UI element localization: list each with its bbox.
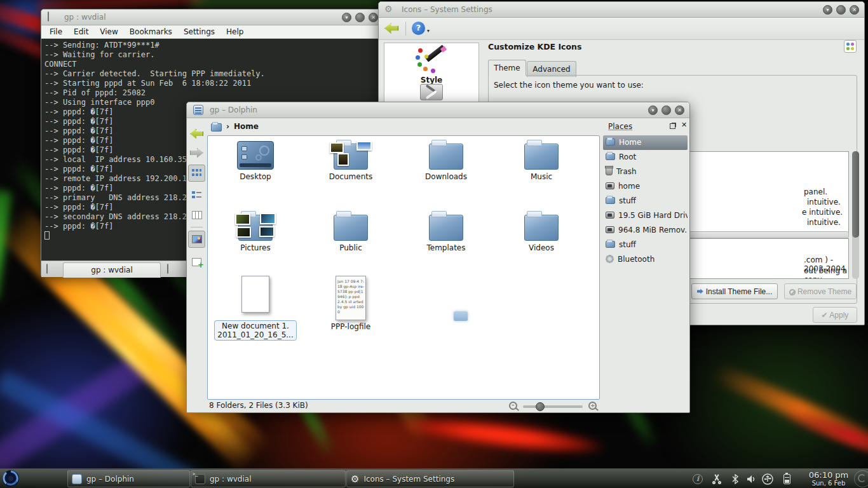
file-label: Desktop	[208, 172, 303, 181]
klipper-scissors-icon[interactable]	[710, 473, 723, 485]
place-hard-drive[interactable]: 19.5 GiB Hard Drive	[603, 208, 688, 223]
file-item-documents[interactable]: Documents	[303, 141, 398, 181]
terminal-window-title: gp : wvdial	[64, 13, 105, 22]
sidebar-item-style[interactable]: Style	[384, 47, 478, 85]
theme-list-scrollbar[interactable]	[852, 151, 859, 279]
preview-toggle-button[interactable]	[188, 231, 205, 248]
file-item-public[interactable]: Public	[303, 212, 398, 252]
icon-sizes-widget[interactable]	[844, 40, 857, 53]
file-item-music[interactable]: Music	[494, 141, 589, 181]
dolphin-file-view[interactable]: Desktop Documents Downloads Music	[207, 135, 600, 400]
task-dolphin[interactable]: gp – Dolphin	[67, 470, 190, 487]
maximize-button[interactable]	[661, 105, 671, 115]
scrollbar-thumb[interactable]	[852, 151, 859, 238]
home-folder-icon[interactable]	[211, 123, 222, 132]
tab-list-button[interactable]	[167, 264, 168, 274]
theme-list-text-fragment: intuitive.	[807, 198, 841, 207]
theme-list-text-fragment: intuitive.	[807, 218, 841, 227]
place-stuff-2[interactable]: stuff	[603, 238, 688, 252]
folder-icon	[606, 241, 615, 248]
clock-date: Sun, 6 Feb	[806, 480, 851, 487]
back-button[interactable]	[188, 125, 205, 142]
zoom-out-icon[interactable]: –	[509, 402, 517, 410]
volume-tray-icon[interactable]	[745, 473, 757, 485]
icons-view-button[interactable]	[188, 165, 205, 182]
breadcrumb-current[interactable]: Home	[234, 122, 259, 131]
place-trash[interactable]: Trash	[603, 165, 688, 179]
file-item-templates[interactable]: Templates	[398, 212, 494, 252]
places-detach-icon[interactable]	[670, 123, 675, 129]
place-home-device[interactable]: home	[603, 179, 688, 194]
minimize-button[interactable]: ▾	[823, 5, 832, 15]
place-root[interactable]: Root	[603, 150, 688, 165]
clock[interactable]: 06:10 pm Sun, 6 Feb	[806, 470, 851, 487]
maximize-button[interactable]	[355, 13, 365, 22]
split-view-button[interactable]	[188, 254, 205, 271]
place-bluetooth[interactable]: Bluetooth	[603, 252, 688, 267]
apply-button[interactable]: ✔ Apply	[813, 307, 857, 323]
remove-theme-button[interactable]: Remove Theme	[784, 283, 857, 299]
bluetooth-tray-icon[interactable]	[729, 473, 742, 485]
back-button[interactable]	[384, 23, 398, 34]
blank-document-icon	[241, 276, 269, 313]
dolphin-titlebar[interactable]: gp – Dolphin ▾ ✕	[187, 102, 689, 118]
sidebar-item-label: Style	[384, 76, 478, 85]
menu-view[interactable]: View	[94, 26, 123, 37]
details-view-button[interactable]	[188, 186, 205, 203]
close-button[interactable]: ✕	[675, 105, 684, 115]
forward-button[interactable]	[188, 144, 205, 161]
dolphin-window: gp – Dolphin ▾ ✕ › Home Places ✕	[186, 102, 690, 413]
new-tab-button[interactable]	[46, 264, 48, 274]
status-text: 8 Folders, 2 Files (3.3 KiB)	[209, 401, 308, 410]
trash-icon	[606, 167, 613, 175]
zoom-slider[interactable]	[523, 405, 583, 408]
zoom-slider-handle[interactable]	[536, 402, 545, 411]
sidebar-item-toolbox-icon[interactable]	[420, 84, 443, 100]
file-label: Downloads	[398, 172, 494, 181]
file-item-downloads[interactable]: Downloads	[398, 141, 494, 181]
place-removable[interactable]: 964.8 MiB Remov...	[603, 223, 688, 238]
menu-settings[interactable]: Settings	[178, 26, 220, 37]
place-stuff[interactable]: stuff	[603, 194, 688, 208]
dolphin-statusbar: 8 Folders, 2 Files (3.3 KiB) – +	[187, 399, 689, 412]
menu-help[interactable]: Help	[220, 26, 249, 37]
minimize-button[interactable]: ▾	[648, 105, 658, 115]
text-preview-icon: Jan 17 09:4 7:18 gp-Asp ire-5738 pp pd[1…	[336, 276, 366, 320]
gear-icon: ⚙	[384, 4, 393, 14]
battery-tray-icon[interactable]	[780, 473, 793, 485]
close-button[interactable]: ✕	[850, 5, 859, 15]
panel-toolbox-cashew[interactable]	[854, 470, 868, 487]
info-tray-icon[interactable]: i	[691, 473, 704, 485]
tab-theme[interactable]: Theme	[488, 60, 526, 76]
file-item-desktop[interactable]: Desktop	[208, 141, 303, 181]
close-button[interactable]: ✕	[369, 13, 378, 22]
help-dropdown-caret[interactable]: ▾	[427, 28, 430, 34]
file-item-pictures[interactable]: Pictures	[208, 212, 303, 252]
settings-toolbar: ? ▾	[379, 18, 864, 40]
maximize-button[interactable]	[836, 5, 846, 15]
file-item-videos[interactable]: Videos	[494, 212, 589, 252]
place-home[interactable]: Home	[603, 135, 688, 150]
settings-titlebar[interactable]: ⚙ Icons – System Settings ▾ ✕	[379, 2, 864, 18]
file-item-ppp-logfile[interactable]: Jan 17 09:4 7:18 gp-Asp ire-5738 pp pd[1…	[303, 276, 398, 331]
places-close-icon[interactable]: ✕	[681, 121, 687, 129]
settings-window-title: Icons – System Settings	[402, 5, 492, 14]
app-launcher-button[interactable]	[2, 470, 20, 487]
menu-edit[interactable]: Edit	[68, 26, 94, 37]
task-system-settings[interactable]: ⚙ Icons – System Settings	[346, 470, 514, 487]
minimize-button[interactable]: ▾	[342, 13, 351, 22]
file-item-new-document[interactable]: New document 1. 2011_01_20_16_5...	[208, 276, 303, 341]
thumbnail-artifact	[454, 311, 468, 321]
terminal-tab-active[interactable]: gp : wvdial	[63, 262, 161, 278]
menu-file[interactable]: File	[44, 26, 68, 37]
menu-bookmarks[interactable]: Bookmarks	[124, 26, 178, 37]
terminal-cursor	[44, 231, 50, 240]
help-button[interactable]: ?	[412, 22, 425, 35]
columns-view-button[interactable]	[188, 207, 205, 224]
toolbar-separator	[405, 22, 406, 36]
task-wvdial[interactable]: gp : wvdial	[191, 470, 346, 487]
zoom-in-icon[interactable]: +	[588, 402, 597, 410]
usb-device-tray-icon[interactable]	[761, 473, 774, 485]
terminal-titlebar[interactable]: gp : wvdial ▾ ✕	[41, 10, 383, 25]
install-theme-button[interactable]: Install Theme File...	[691, 283, 778, 299]
